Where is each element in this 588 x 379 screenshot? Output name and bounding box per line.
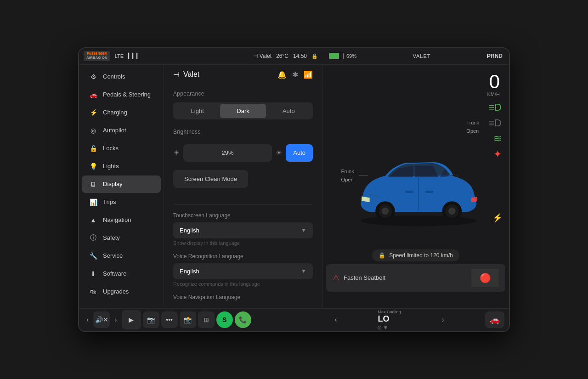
touchscreen-language-value: English xyxy=(180,227,199,234)
airbag-status: PASSENGER xyxy=(86,52,107,56)
status-valet: ⊣ Valet xyxy=(253,53,271,59)
next-track-btn[interactable]: › xyxy=(112,313,119,327)
media-play-btn[interactable]: ▶ xyxy=(122,310,141,329)
photo-icon: 📸 xyxy=(184,316,192,323)
grid-btn[interactable]: ⊞ xyxy=(198,311,215,328)
sidebar-item-safety[interactable]: ⓘ Safety xyxy=(82,229,161,247)
svg-rect-8 xyxy=(405,190,413,192)
trunk-label: TrunkOpen xyxy=(466,118,479,135)
climate-prev-btn[interactable]: ‹ xyxy=(332,313,339,327)
sidebar-label-charging: Charging xyxy=(103,109,127,116)
brightness-slider[interactable]: 29% xyxy=(183,144,272,162)
prnd-indicator: PRND xyxy=(487,53,503,59)
sidebar-item-controls[interactable]: ⚙ Controls xyxy=(82,68,161,85)
svg-rect-9 xyxy=(425,190,433,192)
sidebar-item-navigation[interactable]: ▲ Navigation xyxy=(82,211,161,229)
prev-track-btn[interactable]: ‹ xyxy=(84,313,91,327)
voice-navigation-language-section: Voice Navigation Language xyxy=(173,294,313,300)
appearance-auto-btn[interactable]: Auto xyxy=(266,104,311,118)
phone-btn[interactable]: 📞 xyxy=(235,311,251,328)
status-bar-right: 69% VALET PRND xyxy=(322,48,509,64)
high-beam-icon-1: ≡D xyxy=(488,102,502,113)
panel-title-text: Valet xyxy=(183,70,199,79)
touchscreen-language-select[interactable]: English ▼ xyxy=(173,222,313,238)
prnd-active: P xyxy=(487,53,491,59)
speed-unit: KM/H xyxy=(487,91,500,97)
sidebar-label-controls: Controls xyxy=(103,73,125,80)
car-status-icon: 🚗 xyxy=(490,315,500,325)
appearance-light-btn[interactable]: Light xyxy=(175,104,220,118)
photo-btn[interactable]: 📸 xyxy=(180,311,196,328)
seatbelt-image: 🔴 xyxy=(471,269,499,287)
main-screen: PASSENGER AIRBAG ON LTE ▎▎▎ ⊣ Valet 26°C… xyxy=(78,47,510,332)
panel-icons: 🔔 ✱ 📶 xyxy=(277,70,313,79)
spotify-btn[interactable]: S xyxy=(216,311,233,328)
climate-next-btn[interactable]: › xyxy=(439,313,447,327)
speed-value: 0 xyxy=(487,72,500,91)
spotify-icon: S xyxy=(222,316,226,323)
dots-menu-btn[interactable]: ••• xyxy=(161,311,178,328)
climate-mode-label: Max Cooling xyxy=(378,310,401,314)
controls-icon: ⚙ xyxy=(89,73,97,81)
seatbelt-warning-icon: ⚠ xyxy=(333,273,339,282)
fan-icon: ◎ xyxy=(378,325,382,330)
appearance-title: Appearance xyxy=(173,91,313,97)
voice-recognition-chevron-icon: ▼ xyxy=(301,268,306,274)
airbag-badge: PASSENGER AIRBAG ON xyxy=(84,51,110,61)
divider-1 xyxy=(173,204,313,205)
brightness-title: Brightness xyxy=(173,129,313,135)
taskbar-right: ‹ Max Cooling LO ◎ ❄ › 🚗 xyxy=(327,310,504,330)
phone-icon: 📞 xyxy=(239,316,247,323)
settings-content: Appearance Light Dark Auto Brightness ☀ … xyxy=(164,83,322,308)
sidebar-item-trips[interactable]: 📊 Trips xyxy=(82,193,161,211)
sidebar-label-lights: Lights xyxy=(103,163,119,170)
ac-icon: ❄ xyxy=(384,325,387,330)
trips-icon: 📊 xyxy=(89,198,97,206)
battery-percent: 69% xyxy=(346,53,356,59)
software-icon: ⬇ xyxy=(89,270,97,278)
voice-recognition-language-select[interactable]: English ▼ xyxy=(173,263,313,279)
car-status-btn[interactable]: 🚗 xyxy=(485,311,504,328)
voice-recognition-language-hint: Recognize commands in this language xyxy=(173,281,313,287)
lock-icon: 🔒 xyxy=(311,53,318,59)
settings-panel: ⊣ Valet 🔔 ✱ 📶 Appearance Light Dark Auto xyxy=(164,65,322,308)
sidebar-label-locks: Locks xyxy=(103,145,119,152)
sidebar-item-lights[interactable]: 💡 Lights xyxy=(82,158,161,175)
high-beam-icon-2: ≡D xyxy=(488,117,502,129)
sidebar-label-software: Software xyxy=(103,270,126,277)
svg-point-6 xyxy=(448,207,456,215)
upgrades-icon: 🛍 xyxy=(89,288,97,296)
grid-icon: ⊞ xyxy=(204,316,209,323)
display-icon: 🖥 xyxy=(89,180,97,188)
warning-icon: ≋ xyxy=(493,133,502,145)
brightness-value: 29% xyxy=(222,149,234,156)
notification-icon[interactable]: 🔔 xyxy=(277,70,287,79)
sidebar-item-autopilot[interactable]: ◎ Autopilot xyxy=(82,122,161,139)
sidebar-item-service[interactable]: 🔧 Service xyxy=(82,247,161,265)
bluetooth-icon[interactable]: ✱ xyxy=(292,70,298,79)
sidebar-item-software[interactable]: ⬇ Software xyxy=(82,265,161,283)
lightning-icon: ⚡ xyxy=(492,213,503,223)
appearance-dark-btn[interactable]: Dark xyxy=(220,104,266,118)
seatbelt-diagram-icon: 🔴 xyxy=(480,272,491,283)
screen-clean-btn[interactable]: Screen Clean Mode xyxy=(173,170,248,188)
speed-limit-icon: 🔒 xyxy=(379,252,385,259)
status-bar: PASSENGER AIRBAG ON LTE ▎▎▎ ⊣ Valet 26°C… xyxy=(79,48,509,65)
camera-btn[interactable]: 📷 xyxy=(143,311,159,328)
voice-recognition-language-label: Voice Recognition Language xyxy=(173,253,313,260)
svg-point-3 xyxy=(382,207,389,215)
brightness-auto-btn[interactable]: Auto xyxy=(286,144,313,162)
sidebar-item-pedals[interactable]: 🚗 Pedals & Steering xyxy=(82,86,161,103)
panel-title: ⊣ Valet xyxy=(173,70,199,79)
car-display: 0 KM/H ≡D ≡D ≋ ✦ FrunkOpen TrunkOpe xyxy=(322,65,509,308)
sidebar-item-display[interactable]: 🖥 Display xyxy=(82,175,161,193)
sidebar-item-charging[interactable]: ⚡ Charging xyxy=(82,104,161,121)
climate-display: Max Cooling LO ◎ ❄ xyxy=(378,310,401,330)
volume-btn[interactable]: 🔊✕ xyxy=(93,311,110,328)
safety-icon: ⓘ xyxy=(89,234,97,242)
volume-icon: 🔊 xyxy=(95,316,103,323)
battery-indicator: 69% xyxy=(329,53,356,59)
wifi-icon[interactable]: 📶 xyxy=(304,70,313,79)
sidebar-item-upgrades[interactable]: 🛍 Upgrades xyxy=(82,283,161,300)
sidebar-item-locks[interactable]: 🔒 Locks xyxy=(82,140,161,157)
